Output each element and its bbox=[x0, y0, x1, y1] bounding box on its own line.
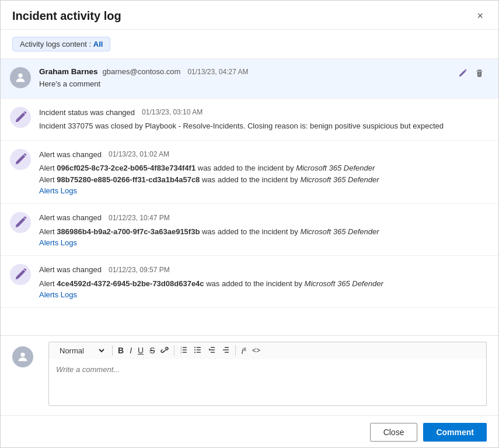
activity-body: Alert 096cf025-8c73-2ce2-b065-4f83e734f4… bbox=[39, 162, 487, 185]
comment-input[interactable] bbox=[48, 359, 487, 406]
bold-button[interactable]: B bbox=[115, 345, 127, 356]
activity-item-alert-1: Alert was changed 01/13/23, 01:02 AM Ale… bbox=[1, 141, 498, 204]
svg-point-13 bbox=[195, 352, 196, 353]
filter-bar: Activity logs content : All bbox=[1, 30, 498, 59]
activity-header: Incident status was changed 01/13/23, 03… bbox=[39, 107, 487, 119]
activity-date: 01/13/23, 04:27 AM bbox=[187, 68, 248, 76]
activity-date: 01/12/23, 10:47 PM bbox=[109, 214, 170, 222]
activity-header: Alert was changed 01/12/23, 10:47 PM bbox=[39, 212, 487, 224]
activity-item-alert-3: Alert was changed 01/12/23, 09:57 PM Ale… bbox=[1, 256, 498, 308]
svg-point-12 bbox=[195, 349, 196, 350]
comment-button[interactable]: Comment bbox=[423, 423, 487, 442]
avatar-edit bbox=[10, 149, 31, 170]
link-button[interactable] bbox=[158, 345, 172, 357]
activity-item-comment: Graham Barnes gbarnes@contoso.com 01/13/… bbox=[1, 59, 498, 99]
indent-increase-button[interactable] bbox=[219, 345, 233, 357]
activity-item-alert-2: Alert was changed 01/12/23, 10:47 PM Ale… bbox=[1, 204, 498, 256]
event-title: Incident status was changed bbox=[39, 107, 135, 119]
strikethrough-button[interactable]: S bbox=[146, 345, 158, 356]
activity-content: Incident status was changed 01/13/23, 03… bbox=[39, 107, 487, 132]
close-icon-button[interactable]: × bbox=[473, 9, 487, 23]
filter-label: Activity logs content : bbox=[20, 40, 91, 48]
toolbar-separator bbox=[112, 345, 113, 356]
comment-toolbar: Normal Heading 1 Heading 2 Heading 3 B I… bbox=[48, 342, 487, 359]
svg-rect-14 bbox=[211, 347, 215, 348]
svg-rect-10 bbox=[197, 352, 201, 352]
commenter-avatar bbox=[12, 342, 41, 367]
code-button[interactable]: <> bbox=[249, 345, 263, 356]
activity-date: 01/13/23, 01:02 AM bbox=[109, 150, 169, 158]
activity-content: Alert was changed 01/12/23, 10:47 PM Ale… bbox=[39, 212, 487, 247]
alerts-logs-link[interactable]: Alerts Logs bbox=[39, 290, 487, 299]
edit-comment-button[interactable] bbox=[455, 67, 470, 81]
avatar-edit bbox=[10, 212, 31, 233]
svg-text:1: 1 bbox=[181, 346, 182, 349]
event-title: Alert was changed bbox=[39, 264, 102, 276]
underline-button[interactable]: U bbox=[135, 345, 146, 356]
toolbar-separator bbox=[235, 345, 236, 356]
indent-decrease-button[interactable] bbox=[205, 345, 219, 357]
activity-header: Graham Barnes gbarnes@contoso.com 01/13/… bbox=[39, 67, 451, 76]
svg-text:2: 2 bbox=[181, 349, 182, 351]
activity-body: Here's a comment bbox=[39, 78, 451, 90]
alerts-logs-link[interactable]: Alerts Logs bbox=[39, 238, 487, 247]
activity-body: Incident 337075 was closed by Playbook -… bbox=[39, 120, 487, 132]
svg-rect-20 bbox=[225, 352, 229, 352]
activity-date: 01/13/23, 03:10 AM bbox=[142, 108, 203, 116]
activity-email: gbarnes@contoso.com bbox=[103, 67, 181, 76]
svg-rect-2 bbox=[183, 347, 187, 348]
svg-point-0 bbox=[18, 74, 22, 78]
svg-rect-8 bbox=[197, 347, 201, 348]
activity-body: Alert 386986b4-b9a2-a700-9f7c-3a63ae915f… bbox=[39, 226, 487, 238]
activity-content: Graham Barnes gbarnes@contoso.com 01/13/… bbox=[39, 67, 451, 90]
incident-activity-log-dialog: Incident activity log × Activity logs co… bbox=[0, 0, 499, 448]
dialog-header: Incident activity log × bbox=[1, 1, 498, 30]
close-button[interactable]: Close bbox=[370, 423, 418, 442]
activity-content: Alert was changed 01/12/23, 09:57 PM Ale… bbox=[39, 264, 487, 299]
italic-button[interactable]: I bbox=[127, 345, 135, 356]
activity-header: Alert was changed 01/13/23, 01:02 AM bbox=[39, 149, 487, 161]
activity-date: 01/12/23, 09:57 PM bbox=[109, 266, 170, 274]
delete-comment-button[interactable] bbox=[472, 67, 487, 81]
svg-point-1 bbox=[20, 352, 25, 356]
ordered-list-button[interactable]: 123 bbox=[177, 345, 191, 357]
event-title: Alert was changed bbox=[39, 149, 102, 161]
footer-actions: Close Comment bbox=[1, 415, 498, 447]
alerts-logs-link[interactable]: Alerts Logs bbox=[39, 186, 487, 195]
activity-item-status-change: Incident status was changed 01/13/23, 03… bbox=[1, 99, 498, 141]
avatar bbox=[10, 67, 31, 88]
svg-point-11 bbox=[195, 347, 196, 348]
activity-header: Alert was changed 01/12/23, 09:57 PM bbox=[39, 264, 487, 276]
svg-text:3: 3 bbox=[181, 351, 182, 353]
unordered-list-button[interactable] bbox=[191, 345, 205, 357]
svg-rect-19 bbox=[224, 349, 229, 350]
filter-value-all: All bbox=[93, 40, 103, 48]
activity-content: Alert was changed 01/13/23, 01:02 AM Ale… bbox=[39, 149, 487, 196]
clear-format-button[interactable]: Ix bbox=[238, 345, 249, 357]
avatar-edit bbox=[10, 264, 31, 285]
svg-rect-18 bbox=[225, 347, 229, 348]
svg-rect-3 bbox=[183, 349, 187, 350]
svg-marker-17 bbox=[210, 348, 211, 350]
item-actions bbox=[455, 67, 487, 81]
format-select[interactable]: Normal Heading 1 Heading 2 Heading 3 bbox=[55, 345, 106, 357]
svg-rect-4 bbox=[183, 352, 187, 352]
filter-badge[interactable]: Activity logs content : All bbox=[12, 37, 110, 51]
activity-author: Graham Barnes bbox=[39, 67, 98, 76]
dialog-title: Incident activity log bbox=[12, 9, 121, 23]
activity-body: Alert 4ce4592d-4372-6945-b2be-73d08d637e… bbox=[39, 278, 487, 290]
svg-rect-16 bbox=[211, 352, 215, 352]
comment-area: Normal Heading 1 Heading 2 Heading 3 B I… bbox=[1, 335, 498, 415]
avatar bbox=[12, 346, 33, 367]
activity-list: Graham Barnes gbarnes@contoso.com 01/13/… bbox=[1, 59, 498, 335]
event-title: Alert was changed bbox=[39, 212, 102, 224]
comment-editor: Normal Heading 1 Heading 2 Heading 3 B I… bbox=[48, 342, 487, 406]
svg-rect-9 bbox=[197, 349, 201, 350]
toolbar-separator bbox=[174, 345, 175, 356]
comment-editor-wrap: Normal Heading 1 Heading 2 Heading 3 B I… bbox=[12, 342, 487, 406]
avatar-edit bbox=[10, 107, 31, 128]
